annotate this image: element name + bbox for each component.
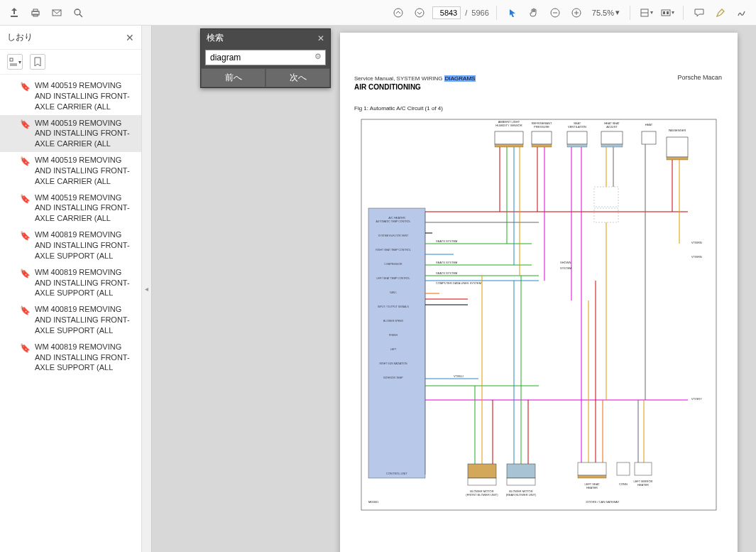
comment-icon[interactable] (691, 4, 708, 21)
page-display-icon[interactable]: ▾ (659, 4, 676, 21)
gear-icon[interactable]: ⚙ (314, 52, 322, 61)
svg-text:SYSTEM: SYSTEM (560, 266, 571, 270)
svg-rect-114 (507, 464, 535, 478)
top-toolbar: / 5966 75.5% ▾ ▾ ▾ (0, 0, 756, 26)
svg-rect-15 (662, 10, 670, 16)
bookmark-icon: 🔖 (20, 119, 31, 150)
bookmark-label: WM 400519 REMOVING AND INSTALLING FRONT-… (35, 193, 137, 224)
bookmark-item[interactable]: 🔖WM 400819 REMOVING AND INSTALLING FRONT… (0, 264, 141, 302)
svg-rect-39 (667, 137, 688, 157)
bookmark-icon: 🔖 (20, 81, 31, 112)
sidebar-drag-handle[interactable]: ◂ (142, 26, 152, 552)
bookmark-icon: 🔖 (20, 230, 31, 261)
svg-rect-119 (578, 475, 606, 478)
svg-text:(REAR BLOWER UNIT): (REAR BLOWER UNIT) (506, 493, 537, 497)
svg-text:CONTROL UNIT: CONTROL UNIT (386, 472, 407, 475)
svg-text:ADJUST: ADJUST (606, 125, 618, 129)
bookmark-item[interactable]: 🔖WM 400519 REMOVING AND INSTALLING FRONT… (0, 190, 141, 227)
share-icon[interactable] (6, 4, 23, 21)
bookmark-icon: 🔖 (20, 268, 31, 299)
chevron-down-icon: ▾ (615, 8, 620, 17)
outline-view-icon[interactable]: ▾ (7, 54, 23, 70)
svg-text:BLOWER SPEED: BLOWER SPEED (383, 320, 403, 323)
svg-text:PASSENGER: PASSENGER (669, 129, 686, 132)
svg-rect-111 (468, 478, 496, 485)
bookmarks-sidebar: しおり ✕ ▾ 🔖WM 400519 REMOVING AND INSTALLI… (0, 26, 142, 552)
bookmark-label: WM 400819 REMOVING AND INSTALLING FRONT-… (35, 304, 137, 336)
svg-rect-42 (594, 187, 618, 207)
zoom-value[interactable]: 75.5% ▾ (589, 8, 623, 17)
search-icon[interactable] (70, 4, 87, 21)
svg-rect-118 (578, 462, 606, 475)
svg-text:CAN L: CAN L (390, 291, 397, 294)
svg-text:LEFT: LEFT (390, 348, 397, 351)
svg-point-4 (75, 9, 80, 15)
print-icon[interactable] (27, 4, 44, 21)
document-viewer[interactable]: 検索 ✕ ⚙ 前へ 次へ Porsche Macan Service Manua… (152, 26, 756, 552)
bookmark-item[interactable]: 🔖WM 400519 REMOVING AND INSTALLING FRONT… (0, 115, 141, 153)
svg-text:HEAT: HEAT (645, 123, 653, 126)
svg-text:VT/GRY: VT/GRY (691, 397, 702, 401)
svg-rect-26 (532, 144, 552, 147)
svg-text:SHOWN: SHOWN (560, 261, 571, 264)
svg-rect-1 (33, 9, 38, 11)
svg-text:CONN: CONN (619, 482, 628, 486)
search-highlight: DIAGRAMS (444, 75, 476, 82)
svg-text:HEATER: HEATER (637, 483, 649, 487)
svg-rect-34 (601, 144, 623, 147)
bookmark-item[interactable]: 🔖WM 400519 REMOVING AND INSTALLING FRONT… (0, 77, 141, 115)
wiring-diagram: AMBIENT LIGHTHUMIDITY SENSOR REFRIGERANT… (354, 116, 723, 514)
search-prev-button[interactable]: 前へ (201, 68, 265, 87)
page-down-icon[interactable] (411, 4, 428, 21)
sidebar-tools: ▾ (0, 50, 141, 75)
svg-rect-110 (468, 464, 496, 478)
sidebar-title: しおり (7, 31, 126, 43)
fit-width-icon[interactable]: ▾ (637, 4, 654, 21)
svg-text:SEATS SYSTEM: SEATS SYSTEM (436, 261, 457, 264)
close-icon[interactable]: ✕ (317, 33, 324, 43)
svg-text:SEATS SYSTEM: SEATS SYSTEM (436, 271, 457, 275)
doc-heading: AIR CONDITIONING (354, 83, 723, 91)
bookmark-item[interactable]: 🔖WM 400519 REMOVING AND INSTALLING FRONT… (0, 152, 141, 190)
bookmark-icon: 🔖 (20, 156, 31, 187)
search-input[interactable] (205, 50, 326, 65)
bookmark-item[interactable]: 🔖WM 400819 REMOVING AND INSTALLING FRONT… (0, 301, 141, 339)
svg-rect-17 (667, 11, 669, 14)
svg-text:AUTOMATIC TEMP CONTROL: AUTOMATIC TEMP CONTROL (376, 220, 411, 223)
bookmark-icon: 🔖 (20, 193, 31, 224)
bookmark-label: WM 400519 REMOVING AND INSTALLING FRONT-… (35, 155, 137, 187)
svg-text:HEATER: HEATER (586, 486, 598, 489)
bookmark-label: WM 400519 REMOVING AND INSTALLING FRONT-… (35, 118, 137, 150)
pointer-icon[interactable] (504, 4, 521, 21)
page-up-icon[interactable] (390, 4, 407, 21)
zoom-out-icon[interactable] (547, 4, 564, 21)
svg-text:DOORS / CAN GATEWAY: DOORS / CAN GATEWAY (586, 500, 620, 504)
bookmark-item[interactable]: 🔖WM 400819 REMOVING AND INSTALLING FRONT… (0, 339, 141, 377)
svg-text:COMPUTER DATA LINES SYSTEM: COMPUTER DATA LINES SYSTEM (436, 281, 481, 285)
bookmark-item[interactable]: 🔖WM 400819 REMOVING AND INSTALLING FRONT… (0, 227, 141, 264)
hand-icon[interactable] (525, 4, 542, 21)
sidebar-header: しおり ✕ (0, 26, 141, 50)
svg-text:INTERIOR TEMP: INTERIOR TEMP (383, 377, 403, 379)
search-next-button[interactable]: 次へ (265, 68, 330, 87)
bookmark-label: WM 400519 REMOVING AND INSTALLING FRONT-… (35, 80, 137, 112)
bookmark-label: WM 400819 REMOVING AND INSTALLING FRONT-… (35, 229, 137, 261)
svg-rect-18 (10, 58, 13, 61)
close-icon[interactable]: ✕ (126, 32, 134, 43)
vehicle-name: Porsche Macan (677, 74, 722, 81)
sign-icon[interactable] (733, 4, 750, 21)
bookmark-list[interactable]: 🔖WM 400519 REMOVING AND INSTALLING FRONT… (0, 75, 141, 552)
svg-text:RIGHT SEAT TEMP CONTROL: RIGHT SEAT TEMP CONTROL (376, 249, 410, 251)
page-number-input[interactable] (432, 6, 461, 19)
svg-text:M00001: M00001 (368, 500, 379, 504)
svg-text:INPUT / OUTPUT SIGNALS: INPUT / OUTPUT SIGNALS (378, 305, 409, 308)
svg-point-7 (415, 9, 424, 17)
svg-rect-25 (532, 131, 552, 144)
bookmark-options-icon[interactable] (30, 54, 45, 70)
svg-line-5 (80, 14, 82, 17)
highlight-icon[interactable] (712, 4, 729, 21)
email-icon[interactable] (48, 4, 65, 21)
svg-text:SYSTEM IN-FLOOR VENT: SYSTEM IN-FLOOR VENT (378, 234, 409, 237)
zoom-in-icon[interactable] (568, 4, 585, 21)
search-panel: 検索 ✕ ⚙ 前へ 次へ (200, 28, 331, 88)
